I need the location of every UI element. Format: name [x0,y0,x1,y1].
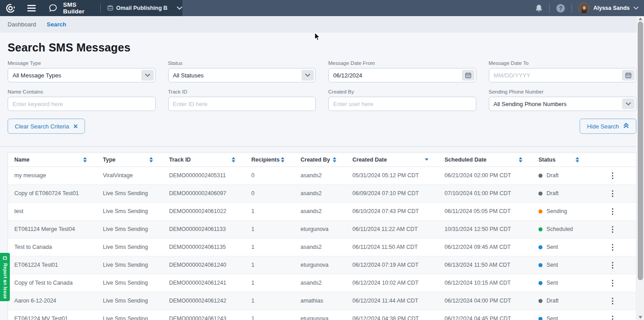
row-kebab-menu-button[interactable]: ⋮ [589,239,636,256]
sort-icon[interactable] [519,157,522,162]
cell-created-by: asands2 [294,238,346,256]
row-kebab-menu-button[interactable]: ⋮ [589,310,636,320]
status-dot [538,299,542,303]
scroll-up-icon[interactable] [639,17,642,20]
cell-actions: ⋮ [589,202,636,220]
sort-icon[interactable] [333,157,336,162]
column-header-recipients[interactable]: Recipients [245,153,294,166]
calendar-icon[interactable] [462,70,475,81]
column-header-scheduled_date[interactable]: Scheduled Date [438,153,532,166]
row-kebab-menu-button[interactable]: ⋮ [589,203,636,220]
cell-status: Scheduled [532,220,589,238]
row-kebab-menu-button[interactable]: ⋮ [589,167,636,184]
vertical-scrollbar[interactable] [637,16,644,320]
nav-divider [572,4,572,13]
report-issue-tab[interactable]: Report an Issue [0,253,10,301]
sort-icon[interactable] [232,157,235,162]
user-chevron-down-icon[interactable] [633,6,639,10]
status-select[interactable]: All Statuses [168,68,316,82]
column-header-track_id[interactable]: Track ID [163,153,245,166]
filter-track-id: Track ID [168,89,316,111]
account-chevron-down-icon[interactable] [177,6,182,10]
status-dot [538,281,542,285]
cell-name: ET061124 Merge Test04 [8,220,97,238]
cell-scheduled-date: 06/12/2024 04:00 PM CDT [438,292,532,310]
navbar-right-section: ? Alyssa Sands [182,0,644,16]
search-filters: Message Type All Message Types Status Al… [0,54,644,111]
sending-phone-select[interactable]: All Sending Phone Numbers [489,97,637,111]
cell-track-id: DEMO0000024061243 [163,310,245,320]
cell-scheduled-date: 06/13/2024 11:50 AM CDT [438,256,532,274]
column-label: Recipients [251,157,280,163]
row-kebab-menu-button[interactable]: ⋮ [589,221,636,238]
scrollbar-thumb[interactable] [638,21,643,280]
chat-bubble-icon [48,4,58,13]
breadcrumb-dashboard[interactable]: Dashboard [8,21,36,28]
row-kebab-menu-button[interactable]: ⋮ [589,185,636,202]
table-row: my messageViralVintageDEMO00000024053110… [8,166,636,184]
cell-track-id: DEMO0000024061242 [163,292,245,310]
date-to-label: Message Date To [489,60,637,66]
account-selector[interactable]: Omail Publishing Bra... [116,5,168,11]
track-id-input[interactable] [168,97,316,111]
filter-actions: Clear Search Criteria ✕ Hide Search [0,119,644,134]
clear-search-criteria-button[interactable]: Clear Search Criteria ✕ [8,119,85,134]
help-icon[interactable]: ? [556,4,565,13]
cell-actions: ⋮ [589,310,636,320]
user-avatar[interactable] [578,3,589,14]
filter-date-from: Message Date From [328,60,476,82]
cell-name: Test to Canada [8,238,97,256]
cell-type: Live Sms Sending [97,292,163,310]
column-header-type[interactable]: Type [97,153,163,166]
status-label: Sent [547,244,558,250]
chevron-down-icon[interactable] [622,98,635,109]
row-kebab-menu-button[interactable]: ⋮ [589,292,636,310]
column-header-status[interactable]: Status [532,153,589,166]
created-by-input[interactable] [328,97,476,111]
cell-recipients: 0 [245,184,294,202]
cell-actions: ⋮ [589,238,636,256]
cell-recipients: 1 [245,238,294,256]
sort-icon[interactable] [281,157,284,162]
date-from-input[interactable] [328,68,476,82]
table-row: ET061224 MV Test01Live Sms SendingDEMO00… [8,310,636,320]
user-name[interactable]: Alyssa Sands [593,5,630,11]
sort-icon[interactable] [83,157,87,162]
row-kebab-menu-button[interactable]: ⋮ [589,274,636,292]
cell-status: Draft [532,184,589,202]
filter-date-to: Message Date To [489,60,637,82]
results-table-container: NameTypeTrack IDRecipientsCreated ByCrea… [8,153,636,320]
status-label: Draft [547,190,559,196]
report-issue-label: Report an Issue [3,263,8,299]
notification-bell-icon[interactable] [535,4,543,13]
column-header-created_date[interactable]: Created Date [346,153,438,166]
cell-status: Sent [532,256,589,274]
scroll-down-icon[interactable] [639,316,642,319]
cell-recipients: 1 [245,202,294,220]
cell-scheduled-date: 06/21/2024 02:00 PM CDT [438,166,532,184]
column-header-created_by[interactable]: Created By [294,153,346,166]
breadcrumb-search[interactable]: Search [47,21,66,28]
column-header-name[interactable]: Name [8,153,97,166]
brand-logo-icon[interactable] [5,3,16,13]
chevron-down-icon[interactable] [301,70,314,81]
sort-icon[interactable] [149,157,153,162]
sort-icon[interactable] [576,157,579,162]
cell-recipients: 1 [245,256,294,274]
filter-created-by: Created By [328,89,476,111]
row-kebab-menu-button[interactable]: ⋮ [589,256,636,274]
sending-phone-label: Sending Phone Number [489,89,637,94]
name-contains-input[interactable] [8,97,156,111]
chevron-down-icon[interactable] [141,70,154,81]
cell-created-by: amathias [294,292,346,310]
calendar-icon[interactable] [622,70,635,81]
top-navbar: SMS Builder Omail Publishing Bra... ? Al… [0,0,644,16]
date-to-input[interactable] [489,68,637,82]
hamburger-menu-icon[interactable] [27,5,36,12]
filter-sending-phone: Sending Phone Number All Sending Phone N… [489,89,637,111]
filter-name-contains: Name Contains [8,89,156,111]
message-type-select[interactable]: All Message Types [8,68,156,82]
hide-search-button[interactable]: Hide Search [580,119,636,134]
sort-desc-icon[interactable] [425,158,428,161]
table-head-row: NameTypeTrack IDRecipientsCreated ByCrea… [8,153,636,166]
